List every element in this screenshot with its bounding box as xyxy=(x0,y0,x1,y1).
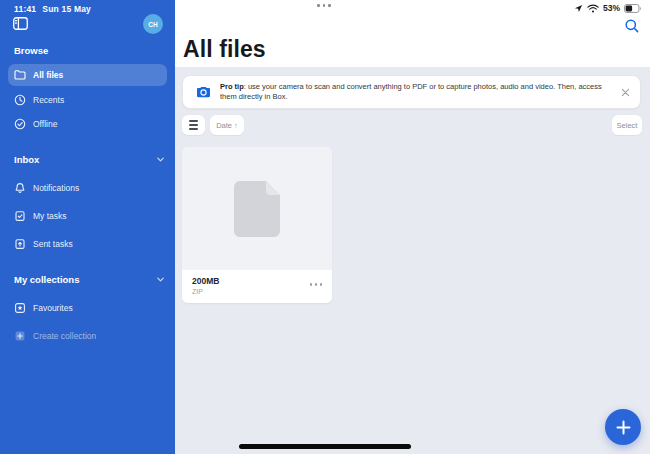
sidebar-toggle-icon[interactable] xyxy=(13,17,28,30)
file-thumbnail xyxy=(182,147,332,270)
sidebar-section-inbox[interactable]: Inbox xyxy=(14,152,165,166)
sidebar-item-label: All files xyxy=(33,70,63,80)
sidebar-item-sent-tasks[interactable]: Sent tasks xyxy=(8,233,167,255)
status-date: Sun 15 May xyxy=(42,4,91,14)
main-content: All files Pro tip: use your camera to sc… xyxy=(175,0,650,454)
sort-label: Date ↑ xyxy=(216,121,238,130)
plus-icon xyxy=(616,420,631,435)
bell-icon xyxy=(14,182,26,194)
avatar-initials: CH xyxy=(148,21,157,28)
star-square-icon xyxy=(14,302,26,314)
pro-tip-rest: : use your camera to scan and convert an… xyxy=(220,82,602,101)
location-icon xyxy=(574,4,583,13)
file-name: 200MB xyxy=(192,276,219,286)
sort-button[interactable]: Date ↑ xyxy=(210,115,244,135)
add-button[interactable] xyxy=(605,409,641,445)
battery-icon xyxy=(624,4,642,13)
status-time: 11:41 xyxy=(14,4,36,14)
chevron-down-icon xyxy=(156,155,165,164)
camera-icon xyxy=(196,86,211,98)
clock-icon xyxy=(14,94,26,106)
sent-clipboard-icon xyxy=(14,238,26,250)
list-view-icon xyxy=(189,120,198,129)
avatar[interactable]: CH xyxy=(143,14,163,34)
pro-tip-banner: Pro tip: use your camera to scan and con… xyxy=(182,75,641,109)
close-icon[interactable] xyxy=(621,88,630,97)
file-card[interactable]: 200MB ZIP xyxy=(182,147,332,303)
sidebar-item-my-tasks[interactable]: My tasks xyxy=(8,205,167,227)
page-title: All files xyxy=(183,36,266,63)
sidebar-item-label: Recents xyxy=(33,95,64,105)
document-icon xyxy=(234,181,280,237)
battery-percent: 53% xyxy=(603,3,620,13)
sidebar-item-offline[interactable]: Offline xyxy=(8,113,167,135)
sidebar-item-all-files[interactable]: All files xyxy=(8,64,167,86)
section-label-my-collections: My collections xyxy=(14,274,79,285)
sidebar-item-label: Create collection xyxy=(33,331,96,341)
file-type: ZIP xyxy=(192,288,203,295)
file-card-footer: 200MB ZIP xyxy=(182,270,332,303)
section-label-browse: Browse xyxy=(14,45,48,56)
sidebar-item-recents[interactable]: Recents xyxy=(8,89,167,111)
task-clipboard-icon xyxy=(14,210,26,222)
sidebar-item-label: Notifications xyxy=(33,183,79,193)
sidebar-item-label: Offline xyxy=(33,119,57,129)
home-indicator[interactable] xyxy=(239,444,411,449)
sidebar-item-notifications[interactable]: Notifications xyxy=(8,177,167,199)
status-time-date: 11:41Sun 15 May xyxy=(14,4,97,14)
status-icons: 53% xyxy=(574,3,642,13)
wifi-icon xyxy=(587,4,599,13)
select-button[interactable]: Select xyxy=(612,115,642,135)
sidebar-item-label: Favourites xyxy=(33,303,73,313)
select-label: Select xyxy=(617,121,638,130)
sidebar-item-favourites[interactable]: Favourites xyxy=(8,297,167,319)
ipad-screen: 11:41Sun 15 May CH Browse All files xyxy=(0,0,650,454)
search-icon[interactable] xyxy=(624,18,640,34)
multitask-indicator-icon xyxy=(317,4,331,7)
file-menu-icon[interactable] xyxy=(310,283,323,286)
pro-tip-text: Pro tip: use your camera to scan and con… xyxy=(220,82,616,102)
sidebar-item-create-collection[interactable]: Create collection xyxy=(8,325,167,347)
plus-square-icon xyxy=(14,330,26,342)
sidebar: 11:41Sun 15 May CH Browse All files xyxy=(0,0,175,454)
pro-tip-bold: Pro tip xyxy=(220,82,244,91)
sidebar-item-label: My tasks xyxy=(33,211,67,221)
section-label-inbox: Inbox xyxy=(14,154,39,165)
folder-icon xyxy=(14,69,26,81)
check-circle-icon xyxy=(14,118,26,130)
sidebar-item-label: Sent tasks xyxy=(33,239,73,249)
sidebar-section-browse: Browse xyxy=(14,43,165,57)
sidebar-section-my-collections[interactable]: My collections xyxy=(14,272,165,286)
chevron-down-icon xyxy=(156,275,165,284)
view-toggle-button[interactable] xyxy=(182,115,205,135)
